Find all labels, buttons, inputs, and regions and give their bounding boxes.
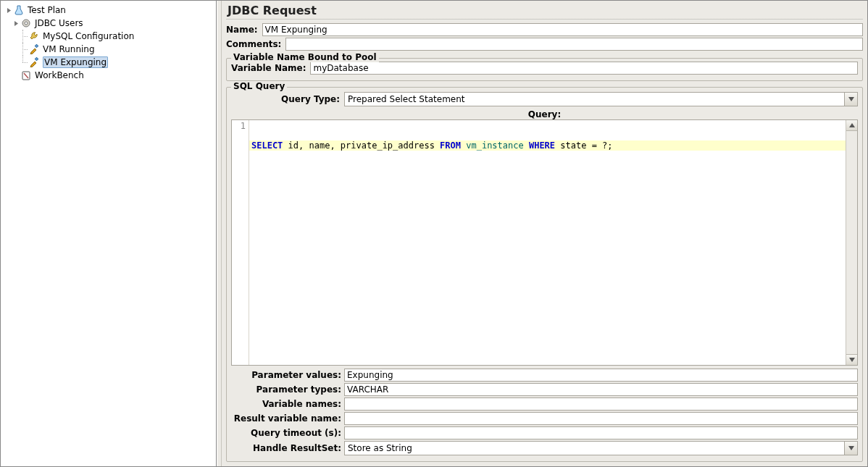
name-input[interactable] (262, 23, 863, 36)
tree-node-workbench[interactable]: WorkBench (2, 69, 214, 82)
svg-point-1 (25, 22, 28, 25)
sql-group-legend: SQL Query (231, 81, 287, 91)
query-editor[interactable]: 1 SELECT id, name, private_ip_address FR… (231, 119, 858, 366)
timeout-row: Query timeout (s): (231, 426, 858, 439)
sql-group: SQL Query Query Type: Prepared Select St… (226, 87, 863, 462)
var-name-row: Variable Name: (231, 62, 858, 75)
gutter-line: 1 (232, 121, 246, 131)
param-types-label: Parameter types: (231, 384, 344, 395)
scroll-down-icon[interactable] (846, 354, 857, 365)
tree-node-jdbc-users[interactable]: JDBC Users (2, 17, 214, 30)
tree-branch-icon (20, 43, 28, 56)
clipboard-icon (20, 70, 32, 81)
scroll-track[interactable] (846, 131, 857, 354)
tree-node-test-plan[interactable]: Test Plan (2, 4, 214, 17)
param-types-row: Parameter types: (231, 383, 858, 396)
svg-rect-3 (35, 57, 38, 60)
query-params: Parameter values: Parameter types: Varia… (231, 369, 858, 457)
tree-label: VM Running (43, 44, 95, 54)
gear-icon (20, 17, 32, 29)
pool-group-legend: Variable Name Bound to Pool (231, 52, 379, 62)
tree-branch-icon (20, 56, 28, 69)
tree-spacer (12, 72, 20, 79)
splitter[interactable] (217, 1, 222, 466)
flask-icon (13, 4, 25, 16)
tree-label: Test Plan (28, 5, 66, 15)
var-name-input[interactable] (310, 62, 858, 75)
code-line: SELECT id, name, private_ip_address FROM… (249, 140, 846, 151)
comments-input[interactable] (285, 38, 863, 51)
var-names-row: Variable names: (231, 397, 858, 411)
dropper-icon (28, 43, 40, 55)
tree-label: WorkBench (35, 70, 84, 80)
detail-panel: JDBC Request Name: Comments: Variable Na… (222, 1, 867, 466)
tree-node-mysql-config[interactable]: MySQL Configuration (2, 30, 214, 43)
query-label: Query: (231, 109, 858, 119)
tree-toggle-icon[interactable] (5, 7, 12, 14)
query-type-label: Query Type: (231, 94, 344, 104)
tree-label: MySQL Configuration (43, 31, 134, 41)
page-title: JDBC Request (226, 2, 863, 19)
dropper-icon (28, 56, 40, 68)
param-values-label: Parameter values: (231, 370, 344, 380)
editor-gutter: 1 (232, 120, 249, 365)
name-row: Name: (226, 23, 863, 36)
pool-group: Variable Name Bound to Pool Variable Nam… (226, 58, 863, 81)
tree-toggle-icon[interactable] (12, 20, 20, 27)
comments-row: Comments: (226, 38, 863, 51)
divider (226, 19, 863, 20)
chevron-down-icon[interactable] (844, 93, 857, 106)
svg-rect-2 (35, 44, 38, 47)
timeout-label: Query timeout (s): (231, 428, 344, 438)
param-types-input[interactable] (344, 383, 858, 396)
editor-code[interactable]: SELECT id, name, private_ip_address FROM… (249, 120, 846, 365)
scroll-up-icon[interactable] (846, 120, 857, 131)
name-label: Name: (226, 25, 262, 35)
param-values-row: Parameter values: (231, 369, 858, 382)
scrollbar-vertical[interactable] (846, 120, 857, 365)
tree-label: JDBC Users (35, 18, 83, 28)
tree-label-selected: VM Expunging (43, 56, 108, 68)
query-type-value: Prepared Select Statement (345, 93, 844, 106)
result-var-row: Result variable name: (231, 412, 858, 425)
var-names-label: Variable names: (231, 399, 344, 409)
handle-rs-value: Store as String (345, 442, 844, 455)
var-name-label: Variable Name: (231, 63, 310, 73)
tree-node-vm-expunging[interactable]: VM Expunging (2, 56, 214, 69)
query-type-row: Query Type: Prepared Select Statement (231, 92, 858, 106)
tree-panel[interactable]: Test Plan JDBC Users MySQL Configuration (1, 1, 217, 466)
handle-rs-row: Handle ResultSet: Store as String (231, 441, 858, 455)
var-names-input[interactable] (344, 397, 858, 411)
wrench-icon (28, 30, 40, 42)
comments-label: Comments: (226, 39, 285, 49)
tree-branch-icon (20, 30, 28, 43)
result-var-label: Result variable name: (231, 413, 344, 424)
handle-rs-label: Handle ResultSet: (231, 443, 344, 453)
tree-node-vm-running[interactable]: VM Running (2, 43, 214, 56)
app-root: Test Plan JDBC Users MySQL Configuration (0, 0, 868, 467)
handle-rs-combo[interactable]: Store as String (344, 441, 858, 455)
chevron-down-icon[interactable] (844, 442, 857, 455)
query-type-combo[interactable]: Prepared Select Statement (344, 92, 858, 106)
result-var-input[interactable] (344, 412, 858, 425)
param-values-input[interactable] (344, 369, 858, 382)
timeout-input[interactable] (344, 426, 858, 439)
